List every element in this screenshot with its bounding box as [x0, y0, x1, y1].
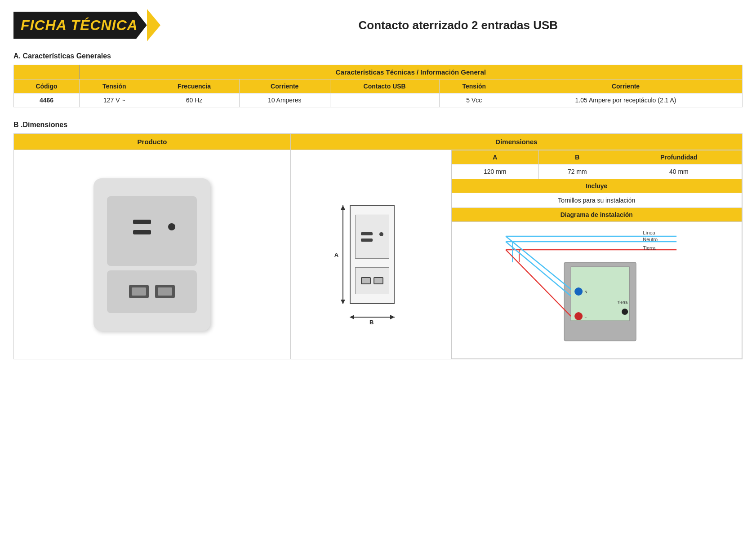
characteristics-table: Características Técnicas / Información G…	[13, 65, 743, 107]
sub-header-corriente: Corriente	[239, 80, 330, 93]
sub-header-frecuencia: Frecuencia	[149, 80, 239, 93]
outlet-dot	[168, 223, 175, 230]
includes-value-row: Tornillos para su instalación	[451, 193, 742, 208]
svg-line-5	[506, 236, 571, 289]
codigo-value: 4466	[14, 93, 80, 107]
tension-value: 127 V ~	[80, 93, 149, 107]
includes-text: Tornillos para su instalación	[451, 193, 742, 208]
schematic-usb-2	[374, 277, 383, 284]
usb-port-2	[155, 285, 175, 298]
includes-header-row: Incluye	[451, 179, 742, 193]
svg-text:N: N	[584, 290, 587, 294]
product-image	[93, 178, 210, 331]
dim-product-header: Producto	[14, 134, 291, 150]
page-title: FICHA TÉCNICA	[21, 17, 138, 33]
schematic-slot-2	[361, 239, 373, 242]
h-arrow	[350, 317, 395, 318]
schematic-usb	[355, 267, 389, 294]
contacto-usb-value	[330, 93, 439, 107]
page-header: FICHA TÉCNICA Contacto aterrizado 2 entr…	[13, 9, 743, 41]
dim-b-header: B	[538, 150, 616, 164]
diagram-b-label: B	[369, 319, 374, 326]
diagram-a-label: A	[334, 251, 338, 258]
arrow-left	[350, 315, 354, 319]
arrow-right	[390, 315, 395, 319]
dim-prof-value: 40 mm	[616, 164, 742, 179]
sub-header-corriente-usb: Corriente	[509, 80, 743, 93]
corriente-value: 10 Amperes	[239, 93, 330, 107]
schematic-dot	[379, 232, 383, 236]
sub-header-contacto-usb: Contacto USB	[330, 80, 439, 93]
arrow-up	[341, 205, 345, 210]
usb-port-2-inner	[158, 287, 172, 296]
table-sub-header-row: Código Tensión Frecuencia Corriente Cont…	[14, 80, 743, 93]
dim-a-value: 120 mm	[451, 164, 538, 179]
dim-dimensions-header: Dimensiones	[290, 134, 742, 150]
title-box: FICHA TÉCNICA	[13, 12, 147, 39]
page-subtitle: Contacto aterrizado 2 entradas USB	[174, 18, 743, 32]
tech-diagram-cell: A	[290, 150, 451, 359]
top-header-label: Características Técnicas / Información G…	[80, 65, 743, 80]
codigo-empty-header	[14, 65, 80, 80]
specs-values-row: 120 mm 72 mm 40 mm	[451, 164, 742, 179]
diag-header-row: Diagrama de instalación	[451, 208, 742, 222]
section-a-heading: A. Características Generales	[13, 52, 743, 60]
usb-port-1-inner	[132, 287, 146, 296]
dimensions-table: Producto Dimensiones	[13, 133, 743, 359]
table-data-row: 4466 127 V ~ 60 Hz 10 Amperes 5 Vcc 1.05…	[14, 93, 743, 107]
includes-label: Incluye	[451, 179, 742, 193]
specs-inner-table: A B Profundidad 120 mm 72 mm 40 mm Inclu…	[451, 150, 742, 359]
section-b-heading: B .Dimensiones	[13, 121, 743, 129]
frecuencia-value: 60 Hz	[149, 93, 239, 107]
wiring-diagram-cell: Línea Neutro Tierra	[451, 222, 742, 359]
usb-port-1	[129, 285, 149, 298]
dot-black	[622, 309, 628, 315]
device-schematic	[350, 205, 395, 304]
dim-a-header: A	[451, 150, 538, 164]
specs-cell: A B Profundidad 120 mm 72 mm 40 mm Inclu…	[451, 150, 742, 359]
v-arrow	[342, 205, 343, 304]
wiring-diagram-row: Línea Neutro Tierra	[451, 222, 742, 359]
tension-usb-value: 5 Vcc	[439, 93, 509, 107]
header-arrow-decoration	[147, 9, 160, 41]
schematic-slot-1	[361, 232, 373, 235]
svg-text:L: L	[584, 314, 587, 319]
neutro-label: Neutro	[643, 237, 658, 242]
dim-prof-header: Profundidad	[616, 150, 742, 164]
dim-header-row: Producto Dimensiones	[14, 134, 743, 150]
schematic-outlet	[355, 215, 389, 259]
sub-header-tension-usb: Tensión	[439, 80, 509, 93]
dot-blue	[574, 287, 583, 296]
sub-header-tension: Tensión	[80, 80, 149, 93]
outlet-slot-top	[133, 220, 151, 224]
specs-sub-header-row: A B Profundidad	[451, 150, 742, 164]
linea-label: Línea	[643, 230, 655, 235]
svg-line-7	[506, 250, 571, 316]
schematic-usb-1	[361, 277, 371, 284]
outlet-slot-bottom	[133, 230, 151, 234]
table-top-header-row: Características Técnicas / Información G…	[14, 65, 743, 80]
diag-label: Diagrama de instalación	[451, 208, 742, 222]
dot-red	[574, 312, 583, 320]
wiring-diagram-container: Línea Neutro Tierra	[452, 222, 742, 358]
wiring-diagram-svg: Línea Neutro Tierra	[454, 226, 737, 352]
corriente-usb-value: 1.05 Ampere por receptáculo (2.1 A)	[509, 93, 743, 107]
usb-section	[107, 270, 197, 313]
dimension-diagram: A	[342, 205, 399, 304]
outlet-section	[107, 196, 197, 266]
svg-text:Tierra: Tierra	[617, 300, 627, 305]
dim-b-value: 72 mm	[538, 164, 616, 179]
codigo-label: Código	[14, 80, 80, 93]
tierra-label: Tierra	[643, 245, 656, 251]
arrow-down	[341, 300, 345, 304]
product-image-cell	[14, 150, 291, 359]
dim-body-row: A	[14, 150, 743, 359]
